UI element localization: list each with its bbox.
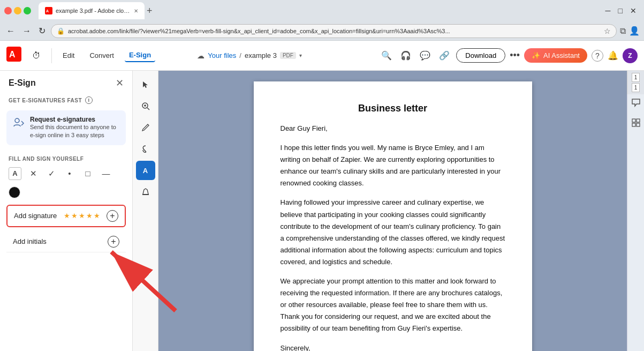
active-tab[interactable]: A example 3.pdf - Adobe cloud s... ✕: [39, 2, 145, 19]
toolbar-divider-1: [51, 48, 52, 63]
extensions-btn[interactable]: ⧉: [620, 26, 626, 36]
add-signature-row[interactable]: Add signature ★ ★ ★ ★ ★ +: [6, 205, 126, 227]
check-tool-btn[interactable]: ✓: [45, 167, 58, 180]
pdf-viewer[interactable]: Business letter Dear Guy Fieri, I hope t…: [158, 71, 627, 351]
chat-btn[interactable]: 💬: [418, 48, 433, 63]
new-tab-btn[interactable]: +: [147, 5, 153, 17]
forward-btn[interactable]: →: [20, 25, 33, 37]
file-type-badge: PDF: [280, 52, 296, 59]
grid-rail-btn[interactable]: [629, 116, 643, 132]
ai-icon: ✨: [532, 51, 540, 59]
color-swatch[interactable]: [9, 186, 20, 198]
comment-rail-btn[interactable]: [629, 95, 643, 111]
cross-tool-btn[interactable]: ✕: [27, 167, 40, 180]
paragraph-2: Having followed your impressive career a…: [281, 197, 505, 268]
svg-rect-17: [632, 123, 635, 126]
close-btn[interactable]: ✕: [627, 6, 640, 15]
back-btn[interactable]: ←: [4, 25, 17, 37]
recents-btn[interactable]: ⏱: [28, 49, 45, 63]
page-number-panel: 1 1: [627, 71, 644, 94]
pencil-tool-btn[interactable]: [136, 118, 155, 137]
browser-chrome: A example 3.pdf - Adobe cloud s... ✕ + ─…: [0, 0, 644, 21]
page-num-1: 1: [632, 73, 640, 82]
red-arrow-annotation: [158, 236, 197, 322]
get-esignatures-label: GET E-SIGNATURES FAST i: [0, 93, 132, 106]
star-3: ★: [79, 212, 85, 220]
svg-text:A: A: [46, 9, 49, 13]
stars-rating: ★ ★ ★ ★ ★: [64, 212, 100, 220]
rect-tool-btn[interactable]: □: [81, 167, 94, 180]
avatar[interactable]: Z: [623, 48, 638, 63]
pointer-tool-btn[interactable]: [136, 75, 155, 94]
download-btn[interactable]: Download: [456, 48, 505, 63]
close-window-btn[interactable]: [4, 7, 12, 14]
chevron-down-icon[interactable]: ▾: [299, 53, 302, 58]
request-card[interactable]: Request e-signatures Send this document …: [6, 110, 126, 145]
headphone-btn[interactable]: 🎧: [398, 48, 413, 63]
svg-line-11: [158, 252, 176, 311]
text-tool-btn[interactable]: A: [9, 167, 21, 180]
reload-btn[interactable]: ↻: [36, 25, 48, 37]
stamp-tool-btn[interactable]: [136, 182, 155, 201]
add-signature-plus-btn[interactable]: +: [107, 210, 118, 222]
panel-title: E-Sign: [9, 78, 36, 88]
request-text: Request e-signatures Send this document …: [30, 116, 119, 140]
main-layout: E-Sign ✕ GET E-SIGNATURES FAST i Request…: [0, 71, 644, 351]
svg-line-6: [147, 108, 149, 110]
loop-tool-btn[interactable]: [136, 139, 155, 159]
zoom-tool-btn[interactable]: [136, 96, 155, 116]
panel-close-btn[interactable]: ✕: [116, 77, 124, 89]
add-initials-plus-btn[interactable]: +: [108, 236, 119, 248]
edit-menu-btn[interactable]: Edit: [58, 49, 79, 62]
esign-menu-btn[interactable]: E-Sign: [125, 49, 155, 62]
paragraph-3: We appreciate your prompt attention to t…: [281, 275, 505, 334]
window-control-buttons[interactable]: ─ □ ✕: [602, 6, 640, 15]
bookmark-btn[interactable]: ☆: [604, 27, 611, 35]
page-num-2: 1: [632, 83, 640, 92]
add-initials-row[interactable]: Add initials +: [6, 231, 126, 252]
request-title: Request e-signatures: [30, 116, 119, 123]
maximize-window-btn[interactable]: [24, 7, 31, 14]
svg-rect-15: [632, 119, 635, 122]
help-btn[interactable]: ?: [592, 50, 603, 62]
dot-tool-btn[interactable]: •: [63, 167, 76, 180]
star-4: ★: [86, 212, 93, 220]
svg-text:A: A: [9, 50, 16, 59]
tab-bar: A example 3.pdf - Adobe cloud s... ✕ +: [39, 2, 599, 19]
svg-rect-9: [142, 194, 149, 195]
color-row: [0, 184, 132, 203]
tab-close-btn[interactable]: ✕: [134, 8, 138, 14]
url-text: acrobat.adobe.com/link/file/?viewer%21me…: [68, 28, 601, 34]
paragraph-0: Dear Guy Fieri,: [281, 123, 505, 135]
restore-btn[interactable]: □: [615, 6, 626, 15]
notification-btn[interactable]: 🔔: [608, 50, 618, 61]
link-btn[interactable]: 🔗: [437, 48, 452, 63]
svg-rect-18: [637, 123, 640, 126]
line-tool-btn[interactable]: —: [100, 167, 112, 180]
pdf-tab-icon: A: [45, 7, 52, 14]
star-1: ★: [64, 212, 70, 220]
breadcrumb: ☁ Your files / example 3 PDF ▾: [197, 51, 302, 60]
breadcrumb-separator: /: [239, 51, 241, 59]
info-icon[interactable]: i: [85, 96, 93, 104]
minimize-btn[interactable]: ─: [602, 6, 614, 15]
adobe-logo[interactable]: A: [6, 47, 21, 65]
more-options-btn[interactable]: •••: [510, 50, 520, 61]
address-bar-actions: ☆: [604, 27, 611, 35]
minimize-window-btn[interactable]: [14, 7, 21, 14]
text-field-tool-btn[interactable]: A: [136, 161, 155, 180]
address-bar[interactable]: 🔒 acrobat.adobe.com/link/file/?viewer%21…: [51, 24, 617, 38]
pdf-title: Business letter: [281, 103, 505, 114]
ai-assistant-btn[interactable]: ✨ AI Assistant: [524, 48, 587, 63]
convert-menu-btn[interactable]: Convert: [85, 49, 118, 62]
search-btn[interactable]: 🔍: [379, 48, 394, 63]
profile-btn[interactable]: 👤: [629, 26, 640, 36]
star-2: ★: [71, 212, 78, 220]
toolbar-right: 🔍 🎧 💬 🔗 Download ••• ✨ AI Assistant ? 🔔 …: [379, 48, 638, 63]
paragraph-1: I hope this letter finds you well. My na…: [281, 142, 505, 189]
your-files-link[interactable]: Your files: [208, 51, 236, 59]
adobe-toolbar: A ⏱ Edit Convert E-Sign ☁ Your files / e…: [0, 41, 644, 71]
tab-title: example 3.pdf - Adobe cloud s...: [56, 8, 131, 14]
request-esign-icon: [13, 117, 25, 131]
window-controls[interactable]: [4, 7, 31, 14]
